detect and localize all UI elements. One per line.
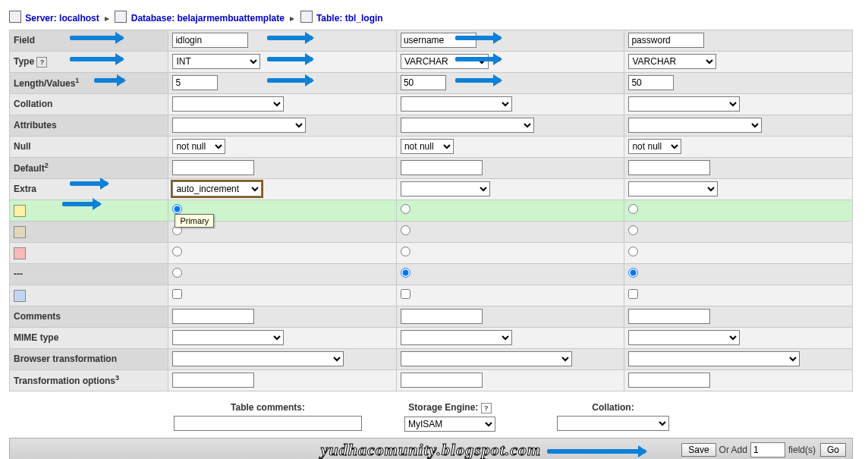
- structure-table: Field Type ? INT VARCHAR VARCHAR Length/…: [9, 30, 853, 391]
- arrow-icon: [267, 78, 313, 83]
- length-input[interactable]: [401, 75, 446, 90]
- breadcrumb-sep-icon: ▸: [105, 13, 109, 24]
- extra-select[interactable]: [401, 181, 490, 196]
- type-select[interactable]: INT: [172, 54, 260, 69]
- collation-label: Collation:: [537, 402, 689, 416]
- row-label-field: Field: [10, 30, 168, 52]
- fulltext-checkbox[interactable]: [628, 289, 638, 299]
- extra-select[interactable]: auto_increment: [172, 181, 262, 196]
- key-radio-index[interactable]: [401, 225, 410, 235]
- key-radio-unique[interactable]: [172, 247, 182, 256]
- field-input[interactable]: [628, 33, 704, 48]
- table-link[interactable]: Table: tbl_login: [316, 13, 383, 24]
- row-label-comments: Comments: [10, 307, 168, 328]
- trans-opts-input[interactable]: [628, 373, 710, 388]
- null-select[interactable]: not null: [401, 139, 454, 154]
- server-value: localhost: [59, 13, 99, 24]
- row-label-browser-trans: Browser transformation: [10, 349, 168, 370]
- default-input[interactable]: [628, 160, 710, 175]
- add-count-input[interactable]: [750, 442, 785, 457]
- extra-select[interactable]: [628, 181, 718, 196]
- mime-select[interactable]: [628, 330, 740, 345]
- index-icon: [14, 226, 26, 238]
- arrow-icon: [70, 57, 123, 61]
- breadcrumb-sep-icon: ▸: [290, 13, 294, 24]
- browser-trans-select[interactable]: [172, 351, 344, 366]
- attributes-select[interactable]: [401, 118, 534, 133]
- key-radio-primary[interactable]: [401, 204, 410, 214]
- row-label-trans-opts: Transformation options3: [10, 370, 168, 391]
- fulltext-checkbox[interactable]: [172, 289, 182, 299]
- row-label-attributes: Attributes: [10, 115, 168, 137]
- arrow-icon: [70, 36, 123, 40]
- attributes-select[interactable]: [172, 118, 306, 133]
- server-link[interactable]: Server: localhost: [25, 13, 102, 24]
- storage-engine-select[interactable]: MyISAM: [404, 417, 495, 432]
- arrow-icon: [455, 57, 501, 61]
- fulltext-checkbox[interactable]: [401, 289, 410, 299]
- arrow-icon: [62, 202, 100, 206]
- null-select[interactable]: not null: [172, 139, 225, 154]
- storage-engine-label: Storage Engine:: [408, 402, 478, 413]
- collation-select[interactable]: [172, 96, 284, 112]
- database-link[interactable]: Database: belajarmembuattemplate: [131, 13, 287, 24]
- trans-opts-input[interactable]: [172, 373, 254, 388]
- collation-footer-select[interactable]: [557, 416, 669, 431]
- key-radio-index[interactable]: [628, 225, 638, 235]
- table-value: tbl_login: [345, 13, 383, 24]
- field-input[interactable]: [401, 33, 476, 48]
- trans-opts-input[interactable]: [401, 373, 483, 388]
- primary-key-icon: [14, 205, 26, 217]
- arrow-icon: [70, 181, 108, 186]
- default-input[interactable]: [401, 160, 483, 175]
- key-radio-unique[interactable]: [628, 247, 638, 256]
- key-radio-unique[interactable]: [401, 247, 410, 256]
- table-comments-input[interactable]: [174, 416, 362, 431]
- key-radio-primary[interactable]: [172, 204, 182, 214]
- watermark: yudhacomunity.blogspot.com: [321, 440, 541, 459]
- type-select[interactable]: VARCHAR: [628, 54, 716, 69]
- help-icon[interactable]: ?: [36, 57, 47, 68]
- collation-select[interactable]: [628, 96, 740, 112]
- fulltext-icon: [14, 290, 26, 302]
- go-button[interactable]: Go: [820, 443, 846, 457]
- row-label-length: Length/Values1: [10, 73, 168, 94]
- database-icon: [115, 11, 127, 23]
- key-radio-none[interactable]: [172, 268, 182, 278]
- default-input[interactable]: [172, 160, 254, 175]
- primary-tooltip: Primary: [175, 214, 214, 228]
- breadcrumb: Server: localhost ▸ Database: belajarmem…: [9, 6, 859, 30]
- collation-select[interactable]: [401, 96, 512, 112]
- null-select[interactable]: not null: [628, 139, 681, 154]
- database-label: Database:: [131, 13, 175, 24]
- key-radio-none[interactable]: [628, 268, 638, 278]
- browser-trans-select[interactable]: [401, 351, 572, 366]
- row-label-collation: Collation: [10, 94, 168, 115]
- length-input[interactable]: [628, 75, 674, 90]
- arrow-icon: [547, 449, 646, 454]
- server-label: Server:: [25, 13, 56, 24]
- save-button[interactable]: Save: [681, 443, 715, 457]
- mime-select[interactable]: [401, 330, 512, 345]
- or-add-label: Or Add: [719, 445, 747, 455]
- comments-input[interactable]: [172, 309, 254, 324]
- type-select[interactable]: VARCHAR: [401, 54, 489, 69]
- fields-label: field(s): [788, 445, 816, 455]
- row-label-mime: MIME type: [10, 328, 168, 349]
- key-radio-none[interactable]: [401, 268, 410, 278]
- attributes-select[interactable]: [628, 118, 762, 133]
- help-icon[interactable]: ?: [481, 403, 492, 413]
- comments-input[interactable]: [628, 309, 710, 324]
- arrow-icon: [455, 78, 501, 83]
- footer-row: Table comments: Storage Engine: ? MyISAM…: [9, 402, 853, 432]
- arrow-icon: [455, 36, 501, 40]
- field-input[interactable]: [172, 33, 248, 48]
- table-icon: [300, 11, 313, 23]
- mime-select[interactable]: [172, 330, 284, 345]
- length-input[interactable]: [172, 75, 218, 90]
- table-label: Table:: [316, 13, 342, 24]
- arrow-icon: [94, 78, 124, 83]
- comments-input[interactable]: [401, 309, 483, 324]
- key-radio-primary[interactable]: [628, 204, 638, 214]
- browser-trans-select[interactable]: [628, 351, 800, 366]
